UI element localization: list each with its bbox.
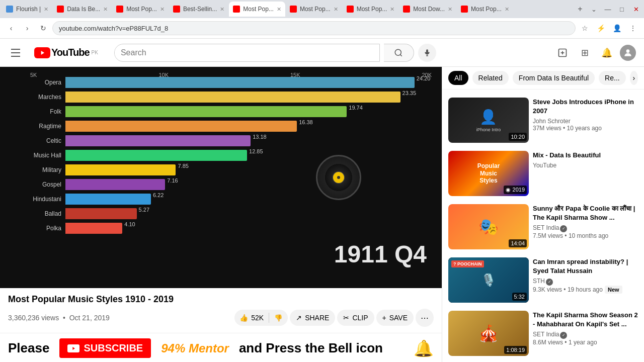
tab-title: Most Pop...	[471, 6, 502, 13]
tab-close-button[interactable]: ✕	[220, 6, 224, 13]
tab-title: Most Pop...	[243, 6, 274, 13]
tab-title: Most Pop...	[126, 6, 157, 13]
browser-tab-9[interactable]: Most Pop... ✕	[457, 2, 513, 17]
tab-close-button[interactable]: ✕	[44, 6, 48, 13]
dislike-button[interactable]: 👎	[269, 310, 288, 326]
sidebar-video-item-3[interactable]: 🎭 14:04 Sunny और Papa के Coolie का लौंचा…	[446, 200, 640, 253]
browser-tab-7[interactable]: Most Pop... ✕	[343, 2, 399, 17]
tab-close-button[interactable]: ✕	[103, 6, 108, 13]
bar-label: Music Hall	[20, 152, 65, 159]
bar-value: 7.16	[165, 177, 440, 184]
bar-fill	[65, 208, 137, 219]
sidebar-thumbnail: 🎙️ ? POOCHAIN 5:32	[448, 257, 529, 303]
chart-bar-row-7: Gospel 7.16	[20, 179, 422, 190]
video-duration: 14:04	[509, 239, 527, 247]
tab-close-button[interactable]: ✕	[448, 6, 452, 13]
svg-line-2	[400, 54, 402, 56]
sidebar-video-info: Mix - Data Is Beautiful YouTube	[533, 151, 638, 196]
user-avatar[interactable]	[620, 45, 636, 61]
bar-label: Hindustani	[20, 196, 65, 203]
sidebar-video-item-5[interactable]: 🎪 1:08:19 The Kapil Sharma Show Season 2…	[446, 307, 640, 360]
microphone-button[interactable]	[418, 44, 436, 62]
search-button[interactable]	[384, 44, 414, 62]
extensions-button[interactable]: ⚡	[594, 21, 608, 35]
browser-tab-2[interactable]: Data Is Be... ✕	[53, 2, 112, 17]
sidebar-tab-all[interactable]: All	[448, 71, 468, 85]
search-input[interactable]	[115, 48, 379, 57]
apps-button[interactable]: ⊞	[576, 44, 594, 62]
back-button[interactable]: ‹	[4, 21, 18, 35]
video-title: Most Popular Music Styles 1910 - 2019	[8, 294, 434, 305]
browser-tab-8[interactable]: Most Dow... ✕	[399, 2, 456, 17]
sidebar-tab-re...[interactable]: Re...	[599, 71, 626, 85]
tab-close-button[interactable]: ✕	[160, 6, 165, 13]
address-text: youtube.com/watch?v=eP88FUL7d_8	[59, 25, 569, 32]
sidebar-tab-from-data-is-beautiful[interactable]: From Data Is Beautiful	[513, 71, 595, 85]
create-button[interactable]	[553, 44, 572, 62]
new-tab-button[interactable]: +	[573, 2, 587, 16]
sidebar-video-item-4[interactable]: 🎙️ ? POOCHAIN 5:32 Can Imran spread inst…	[446, 253, 640, 307]
menu-button[interactable]: ⋮	[626, 21, 640, 35]
chart-bar-row-10: Polka 4.10	[20, 223, 422, 234]
vinyl-disc	[316, 155, 361, 200]
nav-bar: ‹ › ↻ youtube.com/watch?v=eP88FUL7d_8 ☆ …	[0, 18, 644, 38]
tab-close-button[interactable]: ✕	[390, 6, 394, 13]
like-button[interactable]: 👍 52K	[234, 310, 269, 326]
chart-bar-row-0: Opera 24.20	[20, 77, 422, 88]
close-browser-button[interactable]: ✕	[630, 3, 642, 15]
browser-tab-1[interactable]: Flourish | ✕	[2, 2, 52, 17]
reload-button[interactable]: ↻	[36, 21, 50, 35]
sidebar-channel: SET India✓	[533, 331, 638, 339]
sidebar-video-title: Mix - Data Is Beautiful	[533, 151, 638, 160]
bookmark-button[interactable]: ☆	[578, 21, 592, 35]
profile-button[interactable]: 👤	[610, 21, 624, 35]
publish-date: Oct 21, 2019	[69, 314, 110, 322]
steve-silhouette: 👤	[476, 109, 501, 125]
svg-point-9	[626, 49, 630, 53]
sidebar-video-title: Sunny और Papa के Coolie का लौंचा | The K…	[533, 204, 638, 222]
minimize-button[interactable]: —	[602, 3, 614, 15]
sidebar-video-item-2[interactable]: PopularMusicStyles ◉ 2019 Mix - Data Is …	[446, 147, 640, 200]
sidebar-video-item-1[interactable]: 👤 iPhone Intro 10:20 Steve Jobs Introduc…	[446, 94, 640, 147]
browser-tab-4[interactable]: Best-Sellin... ✕	[169, 2, 228, 17]
video-actions: 👍 52K 👎 ↗ SHARE ✂ CLIP +	[234, 309, 434, 327]
maximize-button[interactable]: □	[616, 3, 628, 15]
tab-favicon	[347, 6, 354, 13]
tab-favicon	[461, 6, 468, 13]
browser-tab-5[interactable]: Most Pop... ✕	[229, 2, 285, 17]
bar-fill	[65, 223, 122, 234]
bar-container: 23.35	[65, 92, 422, 103]
bar-fill	[65, 179, 165, 190]
verified-badge: ✓	[546, 279, 553, 286]
sidebar-tab-related[interactable]: Related	[472, 71, 509, 85]
vinyl-center-label	[333, 172, 344, 183]
subscribe-button[interactable]: SUBSCRIBE	[59, 338, 151, 358]
bar-value: 19.74	[347, 105, 440, 111]
clip-icon: ✂	[343, 314, 349, 322]
browser-tab-3[interactable]: Most Pop... ✕	[112, 2, 169, 17]
address-bar[interactable]: youtube.com/watch?v=eP88FUL7d_8	[52, 21, 576, 35]
chart-bar-row-4: Celtic 13.18	[20, 135, 422, 146]
youtube-logo[interactable]: YouTubePK	[34, 47, 98, 58]
tab-list-button[interactable]: ⌄	[588, 3, 600, 15]
bar-container: 5.27	[65, 208, 422, 219]
clip-button[interactable]: ✂ CLIP	[337, 310, 374, 326]
save-button[interactable]: + SAVE	[376, 310, 414, 326]
video-duration: 1:08:19	[504, 346, 527, 354]
tab-favicon	[57, 6, 64, 13]
tab-close-button[interactable]: ✕	[505, 6, 509, 13]
sidebar-tabs-next-arrow[interactable]: ›	[630, 71, 638, 85]
vinyl-record	[316, 155, 361, 200]
share-button[interactable]: ↗ SHARE	[290, 310, 335, 326]
browser-tab-6[interactable]: Most Pop... ✕	[286, 2, 342, 17]
tab-close-button[interactable]: ✕	[334, 6, 338, 13]
bar-container: 6.22	[65, 194, 422, 205]
tab-close-button[interactable]: ✕	[277, 6, 281, 13]
hamburger-menu[interactable]	[8, 44, 26, 62]
notifications-button[interactable]: 🔔	[598, 44, 616, 62]
forward-button[interactable]: ›	[20, 21, 34, 35]
sidebar-video-info: Sunny और Papa के Coolie का लौंचा | The K…	[533, 204, 638, 249]
sidebar-video-meta: 7.5M views • 10 months ago	[533, 232, 638, 239]
more-actions-button[interactable]: ⋯	[416, 309, 434, 327]
svg-marker-10	[73, 347, 75, 350]
